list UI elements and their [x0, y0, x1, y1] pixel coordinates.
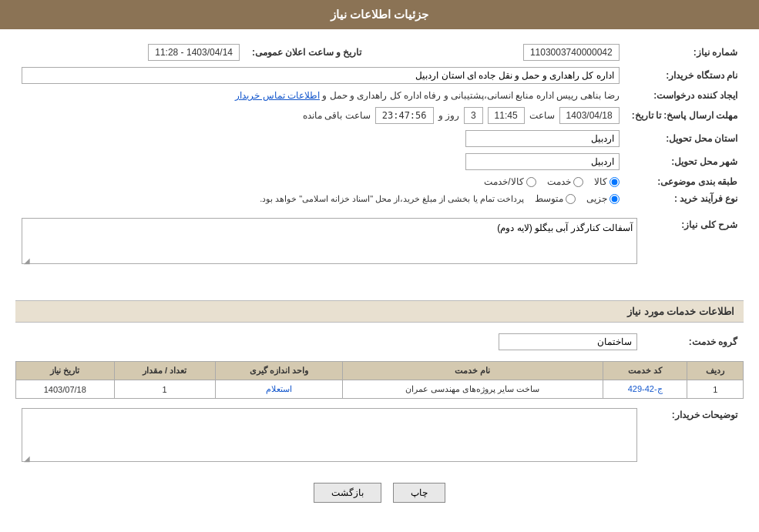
col-header-rownum: ردیف — [687, 362, 744, 380]
need-description-label: شرح کلی نیاز: — [643, 215, 744, 269]
creator-label: ایجاد کننده درخواست: — [626, 87, 744, 104]
need-description-table: شرح کلی نیاز: آسفالت کنارگذر آبی بیگلو (… — [15, 215, 744, 269]
delivery-city-label: شهر محل تحویل: — [626, 150, 744, 173]
category-radio-both[interactable] — [526, 177, 536, 187]
creator-value: رضا بناهی رییس اداره منابع انسانی،پشتیبا… — [322, 90, 619, 101]
purchase-type-radio-group: جزیی متوسط پرداخت تمام یا بخشی از مبلغ خ… — [22, 193, 620, 204]
remaining-time: 23:47:56 — [375, 107, 434, 124]
category-label-both: کالا/خدمت — [484, 176, 523, 187]
announce-datetime-value: 1403/04/14 - 11:28 — [148, 44, 240, 61]
remaining-days-label: روز و — [438, 110, 459, 121]
purchase-type-radio-minor[interactable] — [610, 194, 620, 204]
delivery-province-input[interactable] — [465, 130, 620, 147]
category-radio-service[interactable] — [573, 177, 583, 187]
purchase-type-label-minor: جزیی — [586, 193, 607, 204]
service-group-table: گروه خدمت: — [15, 330, 744, 353]
watermark-area — [15, 277, 744, 293]
buyer-notes-textarea[interactable] — [22, 408, 637, 462]
purchase-type-label-medium: متوسط — [535, 193, 563, 204]
buyer-notes-table: توضیحات خریدار: ◢ — [15, 405, 744, 467]
back-button[interactable]: بازگشت — [314, 483, 381, 503]
service-group-label: گروه خدمت: — [643, 330, 744, 353]
cell-rownum: 1 — [687, 380, 744, 399]
need-number-label: شماره نیاز: — [626, 41, 744, 64]
category-label-service: خدمت — [547, 176, 571, 187]
purchase-type-item-medium: متوسط — [535, 193, 576, 204]
cell-unit: استعلام — [215, 380, 342, 399]
remaining-days: 3 — [464, 107, 483, 124]
category-item-both: کالا/خدمت — [484, 176, 536, 187]
services-data-table: ردیف کد خدمت نام خدمت واحد اندازه گیری ت… — [15, 361, 744, 399]
need-number-value: 1103003740000042 — [523, 44, 620, 61]
main-info-table: شماره نیاز: 1103003740000042 تاریخ و ساع… — [15, 41, 744, 207]
category-item-goods: کالا — [594, 176, 620, 187]
resize-handle2-icon: ◢ — [24, 454, 30, 463]
creator-contact-link[interactable]: اطلاعات تماس خریدار — [235, 90, 320, 101]
category-label: طبقه بندی موضوعی: — [626, 173, 744, 190]
purchase-type-radio-medium[interactable] — [566, 194, 576, 204]
col-header-qty: تعداد / مقدار — [114, 362, 215, 380]
col-header-unit: واحد اندازه گیری — [215, 362, 342, 380]
delivery-city-input[interactable] — [465, 153, 620, 170]
page-title: جزئیات اطلاعات نیاز — [331, 8, 428, 21]
delivery-province-label: استان محل تحویل: — [626, 127, 744, 150]
col-header-date: تاریخ نیاز — [16, 362, 115, 380]
purchase-type-note: پرداخت تمام یا بخشی از مبلغ خرید،از محل … — [260, 194, 524, 204]
purchase-type-label: نوع فرآیند خرید : — [626, 190, 744, 207]
resize-handle-icon: ◢ — [24, 256, 30, 265]
col-header-name: نام خدمت — [342, 362, 603, 380]
buyer-org-label: نام دستگاه خریدار: — [626, 64, 744, 87]
cell-date: 1403/07/18 — [16, 380, 115, 399]
category-label-goods: کالا — [594, 176, 607, 187]
remaining-time-label: ساعت باقی مانده — [303, 110, 371, 121]
category-radio-group: کالا خدمت کالا/خدمت — [22, 176, 620, 187]
reply-time: 11:45 — [488, 107, 525, 124]
cell-qty: 1 — [114, 380, 215, 399]
category-radio-goods[interactable] — [610, 177, 620, 187]
buyer-org-input[interactable] — [22, 67, 620, 84]
need-description-textarea[interactable]: آسفالت کنارگذر آبی بیگلو (لایه دوم) — [22, 218, 637, 264]
cell-code: ج-42-429 — [603, 380, 687, 399]
action-buttons: چاپ بازگشت — [15, 483, 744, 518]
col-header-code: کد خدمت — [603, 362, 687, 380]
cell-name: ساخت سایر پروژه‌های مهندسی عمران — [342, 380, 603, 399]
reply-date: 1403/04/18 — [559, 107, 620, 124]
category-item-service: خدمت — [547, 176, 583, 187]
table-row: 1 ج-42-429 ساخت سایر پروژه‌های مهندسی عم… — [16, 380, 744, 399]
buyer-notes-label: توضیحات خریدار: — [643, 405, 744, 467]
print-button[interactable]: چاپ — [393, 483, 445, 503]
purchase-type-item-minor: جزیی — [586, 193, 620, 204]
reply-time-label: ساعت — [529, 110, 555, 121]
service-group-input[interactable] — [499, 333, 637, 350]
services-section-title: اطلاعات خدمات مورد نیاز — [15, 300, 744, 323]
page-header: جزئیات اطلاعات نیاز — [0, 0, 759, 29]
reply-deadline-label: مهلت ارسال پاسخ: تا تاریخ: — [626, 104, 744, 127]
announce-datetime-label: تاریخ و ساعت اعلان عمومی: — [246, 41, 385, 64]
